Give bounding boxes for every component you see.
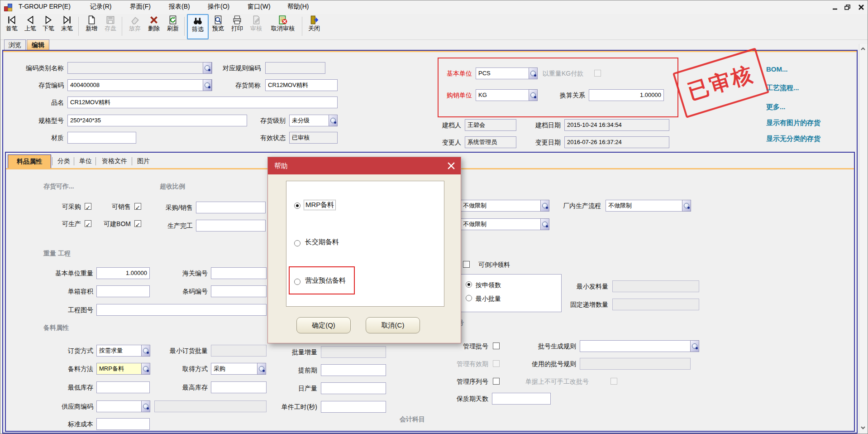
item-abbr-field[interactable]: CR12MOV精料 <box>265 79 338 91</box>
lead-time-field[interactable] <box>321 364 386 376</box>
option-mrp-radio[interactable] <box>294 203 300 209</box>
toolbar-refresh-button[interactable]: 刷新 <box>163 15 182 38</box>
limit2-field[interactable]: 不做限制 <box>460 218 541 230</box>
bomable-checkbox[interactable] <box>134 220 141 227</box>
manage-serial-checkbox[interactable] <box>493 378 500 385</box>
toolbar-preview-button[interactable]: 预览 <box>209 15 228 38</box>
minimize-button[interactable] <box>831 4 839 10</box>
vertical-scrollbar[interactable] <box>859 44 868 434</box>
toolbar-cancel-audit-button[interactable]: 取消审核 <box>266 15 300 38</box>
base-unit-field[interactable]: PCS <box>476 68 529 79</box>
factory-flow-lookup-button[interactable] <box>682 200 691 212</box>
dialog-cancel-button[interactable]: 取消(C) <box>366 317 420 333</box>
toolbar-first-button[interactable]: 首笔 <box>2 15 21 38</box>
menu-report[interactable]: 报表(B) <box>169 3 190 11</box>
item-name-field[interactable]: CR12MOV精料 <box>67 96 338 108</box>
backflush-checkbox[interactable] <box>463 261 470 268</box>
trade-unit-field[interactable]: KG <box>476 89 529 101</box>
limit1-lookup-button[interactable] <box>540 200 549 212</box>
max-stock-field[interactable] <box>211 381 267 393</box>
link-process-flow[interactable]: 工艺流程... <box>766 84 799 92</box>
acquire-mode-field[interactable]: 采购 <box>211 363 258 375</box>
menu-record[interactable]: 记录(R) <box>90 3 111 11</box>
unit-time-field[interactable] <box>321 401 386 413</box>
item-code-field[interactable]: 400400008 <box>67 79 212 91</box>
box-volume-field[interactable] <box>96 285 150 297</box>
toolbar-close-button[interactable]: 关闭 <box>305 15 324 38</box>
close-window-button[interactable] <box>858 4 865 10</box>
toolbar-prev-button[interactable]: 上笔 <box>21 15 39 38</box>
daily-output-field[interactable] <box>321 382 386 394</box>
min-batch-radio[interactable] <box>466 295 472 301</box>
scroll-up-button[interactable] <box>860 46 866 52</box>
purchasable-checkbox[interactable] <box>85 203 91 210</box>
trade-unit-lookup-button[interactable] <box>529 89 538 101</box>
dialog-ok-button[interactable]: 确定(Q) <box>296 317 351 333</box>
acquire-mode-lookup-button[interactable] <box>257 363 266 375</box>
factory-flow-field[interactable]: 不做限制 <box>606 200 682 212</box>
batch-rule-lookup-button[interactable] <box>690 340 699 352</box>
batch-rule-field[interactable] <box>580 340 691 352</box>
tab-browse[interactable]: 浏览 <box>4 39 26 50</box>
link-show-with-image[interactable]: 显示有图片的存货 <box>766 119 820 127</box>
option-long-lead-radio[interactable] <box>294 240 300 246</box>
order-mode-field[interactable]: 按需求量 <box>96 345 142 357</box>
material-field[interactable] <box>67 132 136 144</box>
link-show-unclassified[interactable]: 显示无分类的存货 <box>766 135 820 143</box>
subtab-image[interactable]: 图片 <box>134 154 153 168</box>
subtab-unit[interactable]: 单位 <box>76 154 95 168</box>
option-long-lead-label[interactable]: 长交期备料 <box>305 238 339 246</box>
menu-file[interactable]: T-GROUP ERP(E) <box>19 3 71 10</box>
rule-code-field[interactable] <box>265 62 325 74</box>
level-lookup-button[interactable] <box>329 115 338 126</box>
subtab-item-attributes[interactable]: 料品属性 <box>8 154 51 168</box>
shelf-days-field[interactable] <box>492 393 551 405</box>
base-weight-field[interactable]: 1.00000 <box>96 267 150 279</box>
over-purchase-sale-field[interactable] <box>196 202 266 213</box>
by-request-radio[interactable] <box>466 281 472 288</box>
base-unit-lookup-button[interactable] <box>529 68 538 79</box>
toolbar-filter-button[interactable]: 筛选 <box>187 14 209 39</box>
option-mrp-label[interactable]: MRP备料 <box>304 200 335 210</box>
limit1-field[interactable]: 不做限制 <box>460 200 541 212</box>
menu-action[interactable]: 操作(O) <box>208 3 229 11</box>
manage-batch-checkbox[interactable] <box>493 342 500 349</box>
link-more[interactable]: 更多... <box>766 103 786 111</box>
supplier-code-field[interactable] <box>96 400 142 412</box>
menu-window[interactable]: 窗口(W) <box>248 3 271 11</box>
code-category-lookup-button[interactable] <box>203 62 212 74</box>
item-code-lookup-button[interactable] <box>203 79 212 91</box>
menu-view[interactable]: 界面(F) <box>130 3 151 11</box>
limit2-lookup-button[interactable] <box>540 218 549 230</box>
tab-edit[interactable]: 编辑 <box>27 39 49 50</box>
barcode-field[interactable] <box>211 285 267 297</box>
spec-field[interactable]: 250*240*35 <box>67 115 247 126</box>
toolbar-print-button[interactable]: 打印 <box>228 15 247 38</box>
supplier-lookup-button[interactable] <box>141 400 150 412</box>
level-field[interactable]: 未分级 <box>289 115 329 126</box>
prep-method-lookup-button[interactable] <box>141 363 150 375</box>
toolbar-next-button[interactable]: 下笔 <box>39 15 57 38</box>
producible-checkbox[interactable] <box>85 220 91 227</box>
order-mode-lookup-button[interactable] <box>141 345 150 357</box>
menu-help[interactable]: 帮助(H) <box>287 3 309 11</box>
restore-button[interactable] <box>844 4 851 10</box>
dialog-close-button[interactable] <box>446 161 456 171</box>
conversion-field[interactable]: 1.00000 <box>589 89 664 101</box>
over-production-field[interactable] <box>196 220 266 231</box>
sellable-checkbox[interactable] <box>134 203 141 210</box>
toolbar-new-button[interactable]: 新增 <box>82 15 101 38</box>
prep-method-field[interactable]: MRP备料 <box>96 363 142 375</box>
toolbar-last-button[interactable]: 末笔 <box>57 15 76 38</box>
toolbar-delete-button[interactable]: 删除 <box>144 15 163 38</box>
scroll-down-button[interactable] <box>860 424 866 431</box>
customs-code-field[interactable] <box>211 267 267 279</box>
code-category-field[interactable] <box>67 62 212 74</box>
subtab-classification[interactable]: 分类 <box>54 154 74 168</box>
std-cost-field[interactable] <box>96 418 150 430</box>
min-stock-field[interactable] <box>96 381 150 393</box>
link-bom[interactable]: BOM... <box>766 65 788 73</box>
subtab-qualification[interactable]: 资格文件 <box>97 154 132 168</box>
drawing-no-field[interactable] <box>96 304 267 316</box>
dialog-titlebar[interactable]: 帮助 <box>268 157 461 174</box>
